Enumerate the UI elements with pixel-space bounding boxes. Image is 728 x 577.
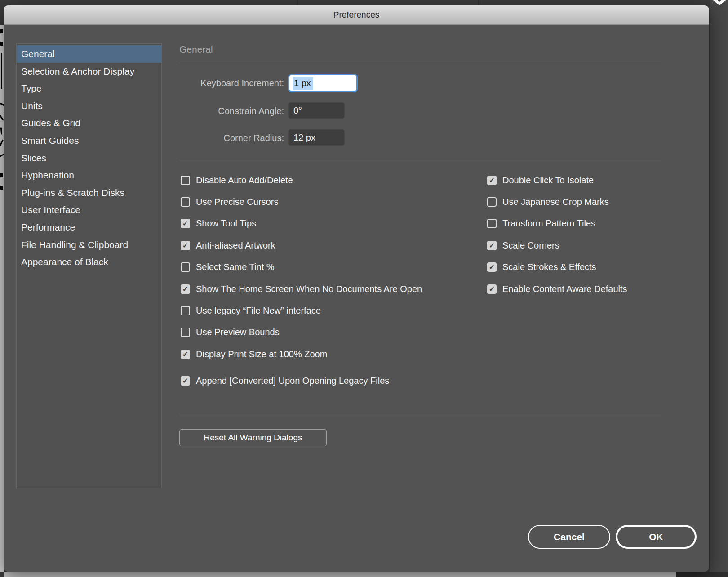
keyboard-increment-label: Keyboard Increment: xyxy=(200,78,284,89)
sidebar-item-plug-ins-scratch-disks[interactable]: Plug-ins & Scratch Disks xyxy=(17,184,161,202)
background-right-panel xyxy=(709,0,728,577)
append-converted-upon-opening-legacy-files-checkbox[interactable]: ✓ xyxy=(181,376,190,386)
corner-radius-input[interactable]: 12 px xyxy=(288,129,345,146)
sidebar-item-user-interface[interactable]: User Interface xyxy=(17,201,161,219)
anti-aliased-artwork-label: Anti-aliased Artwork xyxy=(196,240,275,251)
checkbox-row-show-tool-tips: ✓Show Tool Tips xyxy=(181,213,422,235)
checkbox-row-use-legacy-file-new-interface: Use legacy “File New” interface xyxy=(181,300,422,321)
divider xyxy=(179,160,661,160)
use-preview-bounds-label: Use Preview Bounds xyxy=(196,327,280,337)
checkbox-row-use-japanese-crop-marks: Use Japanese Crop Marks xyxy=(487,191,627,213)
double-click-to-isolate-label: Double Click To Isolate xyxy=(502,175,594,186)
checkbox-row-select-same-tint: Select Same Tint % xyxy=(181,257,422,278)
corner-radius-label: Corner Radius: xyxy=(223,133,284,143)
sidebar-item-appearance-of-black[interactable]: Appearance of Black xyxy=(17,253,161,271)
preferences-category-list: GeneralSelection & Anchor DisplayTypeUni… xyxy=(16,43,162,488)
use-legacy-file-new-interface-label: Use legacy “File New” interface xyxy=(196,306,321,316)
use-preview-bounds-checkbox[interactable] xyxy=(181,328,190,337)
show-the-home-screen-when-no-documents-are-open-label: Show The Home Screen When No Documents A… xyxy=(196,284,422,294)
disable-auto-add-delete-label: Disable Auto Add/Delete xyxy=(196,175,293,186)
display-print-size-at-100-zoom-label: Display Print Size at 100% Zoom xyxy=(196,349,327,360)
checkbox-row-scale-corners: ✓Scale Corners xyxy=(487,235,627,256)
checkbox-row-scale-strokes-effects: ✓Scale Strokes & Effects xyxy=(487,257,627,278)
sidebar-item-slices[interactable]: Slices xyxy=(17,150,161,167)
divider xyxy=(179,414,661,414)
append-converted-upon-opening-legacy-files-label: Append [Converted] Upon Opening Legacy F… xyxy=(196,376,389,386)
disable-auto-add-delete-checkbox[interactable] xyxy=(181,176,190,185)
enable-content-aware-defaults-label: Enable Content Aware Defaults xyxy=(502,284,627,294)
sidebar-item-performance[interactable]: Performance xyxy=(17,219,161,236)
scale-corners-checkbox[interactable]: ✓ xyxy=(487,241,497,250)
select-same-tint-label: Select Same Tint % xyxy=(196,262,275,272)
background-panel-divider xyxy=(478,0,479,5)
selected-text: 1 px xyxy=(293,77,313,90)
use-legacy-file-new-interface-checkbox[interactable] xyxy=(181,306,190,315)
show-tool-tips-label: Show Tool Tips xyxy=(196,218,256,229)
constrain-angle-label: Constrain Angle: xyxy=(218,106,284,116)
checkbox-column-right: ✓Double Click To IsolateUse Japanese Cro… xyxy=(487,169,627,300)
checkbox-column-left: Disable Auto Add/DeleteUse Precise Curso… xyxy=(181,169,422,392)
checkbox-row-show-the-home-screen-when-no-documents-are-open: ✓Show The Home Screen When No Documents … xyxy=(181,278,422,300)
use-japanese-crop-marks-label: Use Japanese Crop Marks xyxy=(502,197,609,207)
use-precise-cursors-checkbox[interactable] xyxy=(181,197,190,207)
display-print-size-at-100-zoom-checkbox[interactable]: ✓ xyxy=(181,350,190,359)
sidebar-item-selection-anchor-display[interactable]: Selection & Anchor Display xyxy=(17,63,161,80)
sidebar-item-general[interactable]: General xyxy=(17,45,161,63)
checkbox-row-disable-auto-add-delete: Disable Auto Add/Delete xyxy=(181,169,422,191)
scale-corners-label: Scale Corners xyxy=(502,240,559,251)
dialog-titlebar[interactable]: Preferences xyxy=(4,5,709,25)
sidebar-item-type[interactable]: Type xyxy=(17,80,161,98)
select-same-tint-checkbox[interactable] xyxy=(181,262,190,272)
scale-strokes-effects-checkbox[interactable]: ✓ xyxy=(487,262,497,272)
background-panel-corner xyxy=(676,572,728,577)
section-heading: General xyxy=(179,44,213,55)
cancel-button[interactable]: Cancel xyxy=(528,525,610,549)
show-tool-tips-checkbox[interactable]: ✓ xyxy=(181,219,190,228)
reset-all-warning-dialogs-button[interactable]: Reset All Warning Dialogs xyxy=(179,429,327,446)
checkbox-row-transform-pattern-tiles: Transform Pattern Tiles xyxy=(487,213,627,235)
scale-strokes-effects-label: Scale Strokes & Effects xyxy=(502,262,596,272)
checkbox-row-display-print-size-at-100-zoom: ✓Display Print Size at 100% Zoom xyxy=(181,343,422,365)
transform-pattern-tiles-label: Transform Pattern Tiles xyxy=(502,218,595,229)
background-panel-divider xyxy=(297,0,298,5)
use-japanese-crop-marks-checkbox[interactable] xyxy=(487,197,497,207)
chevron-down-icon xyxy=(713,0,726,5)
constrain-angle-input[interactable]: 0° xyxy=(288,102,345,119)
enable-content-aware-defaults-checkbox[interactable]: ✓ xyxy=(487,284,497,294)
checkbox-row-enable-content-aware-defaults: ✓Enable Content Aware Defaults xyxy=(487,278,627,300)
background-artwork xyxy=(0,25,4,572)
checkbox-row-append-converted-upon-opening-legacy-files: ✓Append [Converted] Upon Opening Legacy … xyxy=(181,370,422,392)
checkbox-row-use-precise-cursors: Use Precise Cursors xyxy=(181,191,422,213)
sidebar-item-file-handling-clipboard[interactable]: File Handling & Clipboard xyxy=(17,236,161,254)
sidebar-item-guides-grid[interactable]: Guides & Grid xyxy=(17,115,161,132)
dialog-title: Preferences xyxy=(333,10,379,20)
background-artboard-edge xyxy=(4,572,676,577)
ok-button[interactable]: OK xyxy=(616,525,697,549)
use-precise-cursors-label: Use Precise Cursors xyxy=(196,197,278,207)
sidebar-item-units[interactable]: Units xyxy=(17,98,161,115)
checkbox-row-double-click-to-isolate: ✓Double Click To Isolate xyxy=(487,169,627,191)
divider xyxy=(179,63,661,63)
keyboard-increment-input[interactable]: 1 px xyxy=(288,74,358,92)
double-click-to-isolate-checkbox[interactable]: ✓ xyxy=(487,176,497,185)
show-the-home-screen-when-no-documents-are-open-checkbox[interactable]: ✓ xyxy=(181,284,190,294)
anti-aliased-artwork-checkbox[interactable]: ✓ xyxy=(181,241,190,250)
checkbox-row-use-preview-bounds: Use Preview Bounds xyxy=(181,322,422,343)
sidebar-item-hyphenation[interactable]: Hyphenation xyxy=(17,167,161,184)
sidebar-item-smart-guides[interactable]: Smart Guides xyxy=(17,132,161,150)
preferences-dialog: Preferences GeneralSelection & Anchor Di… xyxy=(4,5,709,572)
checkbox-row-anti-aliased-artwork: ✓Anti-aliased Artwork xyxy=(181,235,422,256)
transform-pattern-tiles-checkbox[interactable] xyxy=(487,219,497,228)
